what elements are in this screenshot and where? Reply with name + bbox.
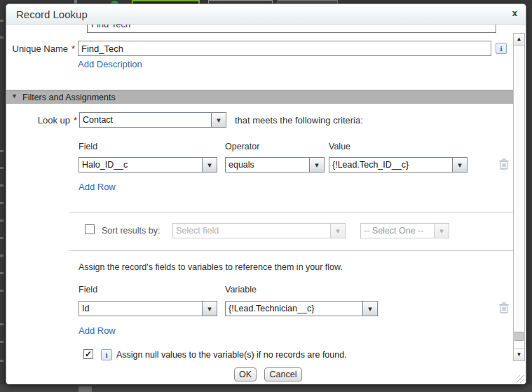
dialog-title: Record Lookup <box>16 8 88 20</box>
column-header-value: Value <box>329 142 350 151</box>
chevron-down-icon[interactable]: ▾ <box>202 301 217 316</box>
info-icon[interactable]: i <box>101 349 112 360</box>
assign-null-label: Assign null values to the variable(s) if… <box>116 350 347 360</box>
chevron-down-icon[interactable]: ▾ <box>309 157 325 173</box>
divider <box>69 250 518 251</box>
column-header-field: Field <box>79 142 97 151</box>
close-icon[interactable]: x <box>512 8 517 18</box>
lookup-object-select[interactable]: Contact <box>79 112 212 128</box>
add-row-link-assignments[interactable]: Add Row <box>79 325 116 336</box>
chevron-down-icon[interactable]: ▾ <box>211 112 226 128</box>
required-asterisk: * <box>74 115 77 126</box>
required-asterisk: * <box>71 43 75 54</box>
sort-label: Sort results by: <box>102 226 160 236</box>
filters-assignments-section-header[interactable]: ▼ Filters and Assignments <box>6 90 517 104</box>
divider <box>69 212 518 212</box>
add-row-link-filters[interactable]: Add Row <box>79 182 116 192</box>
info-icon[interactable]: i <box>496 43 507 54</box>
assignments-intro: Assign the record's fields to variables … <box>79 262 343 272</box>
chevron-down-icon[interactable]: ▾ <box>362 301 378 316</box>
vertical-scrollbar[interactable]: ▲ ▼ <box>513 33 525 361</box>
assignment-field-select[interactable]: Id <box>79 301 203 316</box>
section-title: Filters and Assignments <box>22 93 116 102</box>
chevron-down-icon[interactable]: ▾ <box>452 157 468 173</box>
background-page-bottom <box>0 384 532 392</box>
sort-field-select[interactable]: Select field <box>172 223 331 238</box>
trash-icon[interactable] <box>498 158 510 170</box>
background-hscroll-thumb <box>79 386 92 392</box>
trash-icon[interactable] <box>498 302 510 314</box>
sort-checkbox[interactable] <box>85 224 95 234</box>
unique-name-input[interactable] <box>78 41 491 56</box>
unique-name-label: Unique Name <box>6 43 68 54</box>
sort-order-select[interactable]: -- Select One -- <box>360 223 435 238</box>
chevron-down-icon: ▾ <box>434 223 449 238</box>
record-lookup-dialog: Record Lookup x Find Tech Unique Name * … <box>6 4 526 384</box>
ok-button[interactable]: OK <box>234 367 257 381</box>
column-header-field: Field <box>79 285 97 295</box>
section-collapse-icon[interactable]: ▼ <box>11 93 18 100</box>
dialog-content: Find Tech Unique Name * i Add Descriptio… <box>6 25 526 384</box>
dialog-resize-grip[interactable] <box>517 375 524 383</box>
column-header-variable: Variable <box>225 285 257 295</box>
assignment-variable-select[interactable]: {!Lead.Technician__c} <box>225 301 363 316</box>
column-header-operator: Operator <box>225 142 259 151</box>
filter-value-select[interactable]: {!Lead.Tech_ID__c} <box>329 157 453 173</box>
scroll-up-icon[interactable]: ▲ <box>514 34 524 46</box>
add-description-link[interactable]: Add Description <box>78 59 142 69</box>
filter-field-select[interactable]: Halo_ID__c <box>79 157 203 173</box>
lookup-label: Look up <box>6 115 70 126</box>
chevron-down-icon[interactable]: ▾ <box>202 157 217 173</box>
name-input-value: Find Tech <box>91 25 130 29</box>
criteria-text: that meets the following criteria: <box>235 115 363 126</box>
dialog-titlebar[interactable]: Record Lookup x <box>6 4 526 25</box>
name-input-cutoff[interactable]: Find Tech <box>87 25 496 33</box>
scrollbar-thumb[interactable] <box>514 332 524 341</box>
assign-null-checkbox[interactable]: ✓ <box>83 349 93 359</box>
chevron-down-icon: ▾ <box>330 223 346 238</box>
cancel-button[interactable]: Cancel <box>264 367 302 381</box>
background-palette-strip <box>0 4 6 392</box>
filter-operator-select[interactable]: equals <box>225 157 310 173</box>
scroll-down-icon[interactable]: ▼ <box>514 349 524 360</box>
